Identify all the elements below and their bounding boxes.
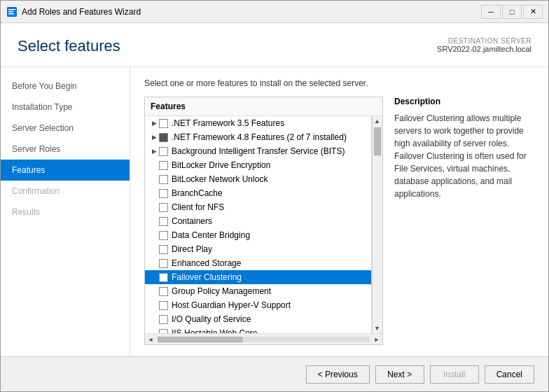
feature-expand-icon [149, 160, 159, 170]
feature-checkbox[interactable] [159, 245, 168, 254]
feature-item[interactable]: Client for NFS [145, 200, 371, 214]
feature-item[interactable]: Failover Clustering [145, 270, 371, 284]
feature-item[interactable]: Data Center Bridging [145, 228, 371, 242]
description-text: Failover Clustering allows multiple serv… [394, 112, 534, 200]
next-button[interactable]: Next > [375, 365, 424, 384]
feature-checkbox[interactable] [159, 273, 168, 282]
feature-expand-icon[interactable]: ▶ [149, 118, 159, 128]
feature-expand-icon [149, 314, 159, 324]
feature-checkbox[interactable] [159, 301, 168, 310]
feature-label: Direct Play [172, 244, 212, 254]
feature-checkbox[interactable] [159, 147, 168, 156]
maximize-button[interactable]: □ [502, 5, 522, 19]
feature-checkbox[interactable] [159, 287, 168, 296]
feature-item[interactable]: ▶Background Intelligent Transfer Service… [145, 144, 371, 158]
feature-item[interactable]: ▶.NET Framework 4.8 Features (2 of 7 ins… [145, 130, 371, 144]
feature-expand-icon [149, 286, 159, 296]
feature-expand-icon [149, 328, 159, 333]
feature-label: Data Center Bridging [172, 230, 250, 240]
feature-label: BranchCache [172, 188, 223, 198]
server-name: SRV2022-02.jamiltech.local [437, 45, 531, 53]
features-list[interactable]: ▶.NET Framework 3.5 Features▶.NET Framew… [145, 116, 371, 333]
feature-checkbox[interactable] [159, 161, 168, 170]
feature-label: BitLocker Drive Encryption [172, 160, 270, 170]
feature-checkbox[interactable] [159, 133, 168, 142]
feature-label: .NET Framework 3.5 Features [172, 118, 284, 128]
title-bar-left: Add Roles and Features Wizard [6, 6, 141, 18]
svg-rect-1 [8, 9, 15, 10]
feature-expand-icon[interactable]: ▶ [149, 132, 159, 142]
feature-label: Group Policy Management [172, 286, 271, 296]
feature-checkbox[interactable] [159, 315, 168, 324]
instruction-text: Select one or more features to install o… [144, 78, 534, 88]
svg-rect-3 [8, 13, 14, 15]
feature-expand-icon[interactable]: ▶ [149, 146, 159, 156]
features-area: Features ▶.NET Framework 3.5 Features▶.N… [144, 97, 534, 345]
feature-item[interactable]: Group Policy Management [145, 284, 371, 298]
feature-item[interactable]: Host Guardian Hyper-V Support [145, 298, 371, 312]
scroll-right-button[interactable]: ► [371, 334, 382, 345]
feature-checkbox[interactable] [159, 189, 168, 198]
feature-checkbox[interactable] [159, 231, 168, 240]
feature-label: Host Guardian Hyper-V Support [172, 300, 291, 310]
feature-expand-icon [149, 174, 159, 184]
feature-expand-icon [149, 300, 159, 310]
feature-label: BitLocker Network Unlock [172, 174, 267, 184]
main-window: Add Roles and Features Wizard ─ □ ✕ Sele… [0, 0, 549, 392]
feature-item[interactable]: IIS Hostable Web Core [145, 326, 371, 333]
title-bar-controls: ─ □ ✕ [481, 5, 543, 19]
title-bar: Add Roles and Features Wizard ─ □ ✕ [1, 1, 548, 23]
feature-item[interactable]: Direct Play [145, 242, 371, 256]
feature-label: Background Intelligent Transfer Service … [172, 146, 345, 156]
close-button[interactable]: ✕ [523, 5, 543, 19]
feature-checkbox[interactable] [159, 203, 168, 212]
feature-expand-icon [149, 258, 159, 268]
sidebar-item-server-selection[interactable]: Server Selection [1, 118, 130, 139]
features-panel: Features ▶.NET Framework 3.5 Features▶.N… [144, 97, 383, 345]
sidebar-item-installation-type[interactable]: Installation Type [1, 97, 130, 118]
sidebar-item-confirmation: Confirmation [1, 181, 130, 202]
feature-item[interactable]: BitLocker Drive Encryption [145, 158, 371, 172]
feature-label: IIS Hostable Web Core [172, 328, 258, 333]
feature-checkbox[interactable] [159, 217, 168, 226]
sidebar: Before You Begin Installation Type Serve… [1, 67, 130, 356]
feature-expand-icon [149, 272, 159, 282]
scroll-left-button[interactable]: ◄ [145, 334, 156, 345]
description-header: Description [394, 97, 534, 106]
main-content: Select one or more features to install o… [130, 67, 548, 356]
feature-expand-icon [149, 230, 159, 240]
features-scroll-container: ▶.NET Framework 3.5 Features▶.NET Framew… [145, 116, 382, 333]
feature-item[interactable]: BranchCache [145, 186, 371, 200]
sidebar-item-features[interactable]: Features [1, 160, 130, 181]
destination-label: DESTINATION SERVER [437, 37, 531, 45]
feature-checkbox[interactable] [159, 175, 168, 184]
destination-server: DESTINATION SERVER SRV2022-02.jamiltech.… [437, 37, 531, 53]
horizontal-scroll-thumb[interactable] [158, 337, 242, 342]
sidebar-item-server-roles[interactable]: Server Roles [1, 139, 130, 160]
footer: < Previous Next > Install Cancel [1, 356, 548, 391]
feature-item[interactable]: Containers [145, 214, 371, 228]
header-section: Select features DESTINATION SERVER SRV20… [1, 23, 548, 67]
feature-item[interactable]: BitLocker Network Unlock [145, 172, 371, 186]
feature-item[interactable]: ▶.NET Framework 3.5 Features [145, 116, 371, 130]
feature-label: Failover Clustering [172, 272, 242, 282]
feature-expand-icon [149, 188, 159, 198]
feature-checkbox[interactable] [159, 119, 168, 128]
cancel-button[interactable]: Cancel [485, 365, 534, 384]
description-panel: Description Failover Clustering allows m… [394, 97, 534, 345]
app-icon [6, 6, 18, 18]
minimize-button[interactable]: ─ [481, 5, 501, 19]
sidebar-item-before-you-begin[interactable]: Before You Begin [1, 76, 130, 97]
feature-item[interactable]: Enhanced Storage [145, 256, 371, 270]
feature-label: Client for NFS [172, 202, 224, 212]
feature-item[interactable]: I/O Quality of Service [145, 312, 371, 326]
previous-button[interactable]: < Previous [306, 365, 370, 384]
feature-checkbox[interactable] [159, 259, 168, 268]
horizontal-scrollbar[interactable]: ◄ ► [145, 333, 382, 344]
vertical-scrollbar[interactable]: ▲ ▼ [371, 116, 382, 333]
install-button: Install [430, 365, 479, 384]
sidebar-item-results: Results [1, 202, 130, 223]
feature-label: Containers [172, 216, 212, 226]
window-content: Select features DESTINATION SERVER SRV20… [1, 23, 548, 391]
feature-label: Enhanced Storage [172, 258, 241, 268]
